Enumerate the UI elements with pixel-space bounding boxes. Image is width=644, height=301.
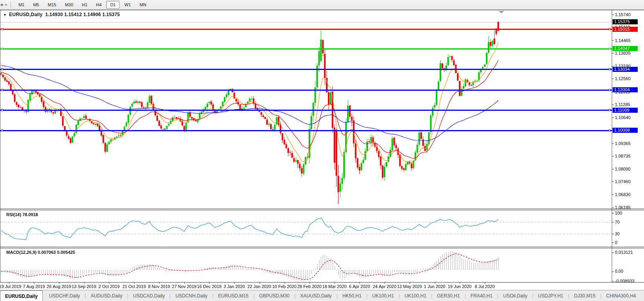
dropdown-triangle-icon[interactable]: ▼ <box>3 13 7 17</box>
chart-tab-fra40-h1[interactable]: FRA40,H1 <box>466 290 497 301</box>
chart-tab-usoil-daily[interactable]: USOil,Daily <box>499 290 532 301</box>
timeframe-buttons: M1M5M15M30H1H4D1W1MN <box>14 1 151 9</box>
chart-tab-usdjpy-h1[interactable]: USDJPY,H1 <box>533 290 568 301</box>
chart-tab-audusd-daily[interactable]: AUDUSD,Daily <box>86 290 127 301</box>
timeframe-button-m1[interactable]: M1 <box>15 1 28 9</box>
top-toolbar: ⌖ ▾ M1M5M15M30H1H4D1W1MN <box>0 0 644 10</box>
macd-indicator-label: MACD(12,26,9) 0.007063 0.005425 <box>6 250 75 255</box>
chart-window: ▼EURUSD,Daily 1.14930 1.15412 1.14906 1.… <box>0 10 644 290</box>
chart-tab-xauusd-daily[interactable]: XAUUSD,Daily <box>296 290 337 301</box>
timeframe-button-m30[interactable]: M30 <box>61 1 77 9</box>
price-chart-canvas[interactable] <box>0 10 644 290</box>
chart-tab-ger30-h1[interactable]: GER30,H1 <box>432 290 465 301</box>
crosshair-icon: ⌖ <box>0 2 4 7</box>
chart-tab-usdcad-daily[interactable]: USDCAD,Daily <box>128 290 169 301</box>
hline-price-tag[interactable]: 1.11009 <box>613 108 638 113</box>
timeframe-button-m5[interactable]: M5 <box>29 1 43 9</box>
hline-price-tag[interactable]: 1.10008 <box>613 128 638 133</box>
timeframe-button-mn[interactable]: MN <box>136 1 150 9</box>
tab-scroll-buttons: ◂ ▸ <box>641 290 644 301</box>
timeframe-button-d1[interactable]: D1 <box>106 1 120 9</box>
chart-tab-hk50-h1[interactable]: HK50,H1 <box>338 290 366 301</box>
chart-tab-uk100-h1[interactable]: UK100,H1 <box>400 290 431 301</box>
timeframe-button-m15[interactable]: M15 <box>44 1 60 9</box>
current-price-tag: 1.15375 <box>613 19 638 24</box>
chart-tab-eurusd-m15[interactable]: EURUSD,M15 <box>213 290 253 301</box>
chart-tab-usdchf-daily[interactable]: USDCHF,Daily <box>44 290 85 301</box>
chart-title: ▼EURUSD,Daily 1.14930 1.15412 1.14906 1.… <box>3 12 120 17</box>
timeframe-button-h4[interactable]: H4 <box>92 1 105 9</box>
rsi-indicator-label: RSI(14) 78.0918 <box>6 212 38 217</box>
hline-price-tag[interactable]: 1.12004 <box>613 87 638 92</box>
hline-price-tag[interactable]: 1.13034 <box>613 67 638 72</box>
chart-tab-dj30-m15[interactable]: DJ30,M15 <box>569 290 600 301</box>
timeframe-button-w1[interactable]: W1 <box>120 1 135 9</box>
chevron-down-icon[interactable]: ▾ <box>5 3 7 7</box>
chart-tab-china300-h4[interactable]: CHINA300,H4 <box>602 290 641 301</box>
chart-tab-usdcnh-daily[interactable]: USDCNH,Daily <box>171 290 212 301</box>
chart-tabs: EURUSD,DailyUSDCHF,Daily|AUDUSD,Daily|US… <box>0 290 641 301</box>
timeframe-button-h1[interactable]: H1 <box>78 1 91 9</box>
chart-ohlc-values: 1.14930 1.15412 1.14906 1.15375 <box>45 12 120 17</box>
chart-tab-uk100-h1[interactable]: UK100,H1 <box>368 290 399 301</box>
hline-price-tag[interactable]: 1.15015 <box>613 27 638 32</box>
chart-tab-eurusd-daily[interactable]: EURUSD,Daily <box>0 290 43 301</box>
chart-tab-bar: EURUSD,DailyUSDCHF,Daily|AUDUSD,Daily|US… <box>0 290 644 301</box>
chart-symbol-label: EURUSD,Daily <box>9 12 42 17</box>
chart-tab-gbpusd-m30[interactable]: GBPUSD,M30 <box>254 290 294 301</box>
chart-tool-button[interactable]: ⌖ ▾ <box>0 2 8 7</box>
toolbar-grip-handle[interactable] <box>10 2 12 8</box>
hline-price-tag[interactable]: 1.14047 <box>613 46 638 51</box>
